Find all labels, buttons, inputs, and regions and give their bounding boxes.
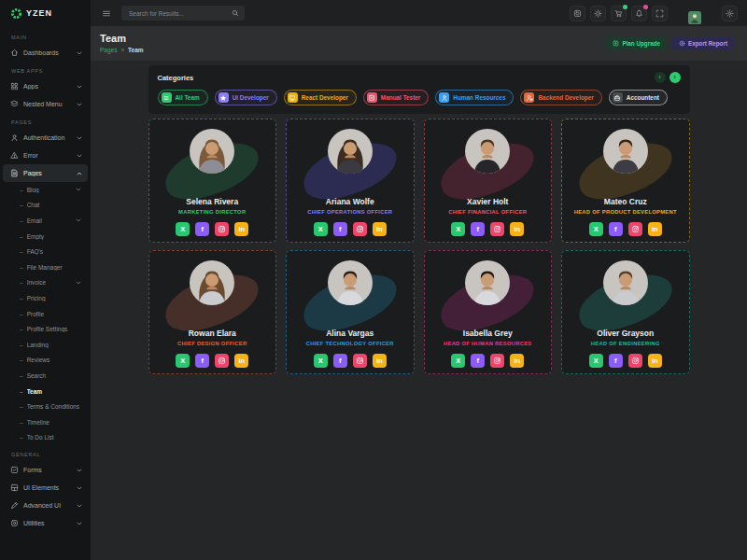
facebook-icon[interactable]: f <box>609 222 623 236</box>
category-chip-react-developer[interactable]: React Developer <box>284 90 357 105</box>
facebook-icon[interactable]: f <box>333 354 347 368</box>
sidebar-subitem-team[interactable]: –Team <box>0 384 91 399</box>
x-icon[interactable]: X <box>589 354 603 368</box>
sidebar-item-error[interactable]: Error <box>3 147 88 164</box>
team-card-mateo-cruz[interactable]: Mateo CruzHEAD OF PRODUCT DEVELOPMENTXfi… <box>561 119 690 243</box>
linkedin-icon[interactable]: in <box>648 354 662 368</box>
instagram-icon[interactable] <box>215 354 229 368</box>
facebook-icon[interactable]: f <box>471 222 485 236</box>
member-photo <box>190 260 234 305</box>
team-card-selena-rivera[interactable]: Selena RiveraMARKETING DIRECTORXfin <box>148 119 277 243</box>
sidebar-subitem-reviews[interactable]: –Reviews <box>0 353 91 369</box>
x-icon[interactable]: X <box>589 222 603 236</box>
sidebar-subitem-terms-conditions[interactable]: –Terms & Conditions <box>0 399 91 414</box>
team-card-oliver-grayson[interactable]: Oliver GraysonHEAD OF ENGINEERINGXfin <box>561 250 690 374</box>
instagram-icon[interactable] <box>353 222 367 236</box>
chevron-down-icon <box>77 50 82 56</box>
facebook-icon[interactable]: f <box>333 222 347 236</box>
sidebar-subitem-blog[interactable]: –Blog <box>0 182 91 198</box>
search-input[interactable] <box>127 9 228 18</box>
team-card-ariana-wolfe[interactable]: Ariana WolfeCHIEF OPERATIONS OFFICERXfin <box>286 119 415 243</box>
linkedin-icon[interactable]: in <box>234 354 248 368</box>
sidebar-subitem-label: Search <box>27 372 81 379</box>
sidebar-subitem-profile-settings[interactable]: –Profile Settings <box>0 321 91 337</box>
team-card-rowan-elara[interactable]: Rowan ElaraCHIEF DESIGN OFFICERXfin <box>148 250 277 374</box>
chevron-down-icon <box>77 135 82 141</box>
hamburger-menu-icon[interactable] <box>102 9 111 18</box>
x-icon[interactable]: X <box>314 354 328 368</box>
member-role: HEAD OF HUMAN RESOURCES <box>444 341 532 346</box>
instagram-icon[interactable] <box>490 354 504 368</box>
category-chip-manual-tester[interactable]: Manual Tester <box>363 90 430 105</box>
x-icon[interactable]: X <box>176 222 190 236</box>
linkedin-icon[interactable]: in <box>373 222 387 236</box>
sidebar-subitem-profile[interactable]: –Profile <box>0 306 91 322</box>
cart-icon[interactable] <box>611 6 627 21</box>
sidebar-subitem-timeline[interactable]: –Timeline <box>0 414 91 430</box>
sidebar-item-nested-menu[interactable]: Nested Menu <box>3 95 88 113</box>
sidebar-item-authentication[interactable]: Authentication <box>3 129 88 147</box>
category-chip-all-team[interactable]: All Team <box>158 90 208 105</box>
sidebar-item-pages[interactable]: Pages <box>3 164 88 182</box>
sidebar-subitem-search[interactable]: –Search <box>0 368 91 384</box>
team-card-isabella-grey[interactable]: Isabella GreyHEAD OF HUMAN RESOURCESXfin <box>424 250 553 374</box>
categories-prev-button[interactable]: ‹ <box>655 72 666 83</box>
advanced-ui-icon <box>10 501 19 510</box>
instagram-icon[interactable] <box>353 354 367 368</box>
facebook-icon[interactable]: f <box>609 354 623 368</box>
theme-sun-icon[interactable] <box>590 6 606 21</box>
sidebar-item-ui-elements[interactable]: UI Elements <box>3 479 88 497</box>
category-chip-accountent[interactable]: Accountent <box>609 90 668 105</box>
sidebar-subitem-landing[interactable]: –Landing <box>0 337 91 353</box>
breadcrumb-pages-link[interactable]: Pages <box>100 47 117 53</box>
sidebar-subitem-empty[interactable]: –Empty <box>0 229 91 245</box>
sidebar-subitem-to-do-list[interactable]: –To Do List <box>0 430 91 446</box>
x-icon[interactable]: X <box>451 222 465 236</box>
sidebar-item-dashboards[interactable]: Dashboards <box>3 44 88 62</box>
sidebar-subitem-chat[interactable]: –Chat <box>0 198 91 214</box>
dash-icon: – <box>20 187 23 193</box>
instagram-icon[interactable] <box>490 222 504 236</box>
facebook-icon[interactable]: f <box>195 222 209 236</box>
instagram-icon[interactable] <box>628 354 642 368</box>
category-chip-human-resources[interactable]: Human Resources <box>435 90 514 105</box>
team-card-alina-vargas[interactable]: Alina VargasCHIEF TECHNOLOGY OFFICERXfin <box>286 250 415 374</box>
fullscreen-icon[interactable] <box>652 6 668 21</box>
sidebar-item-forms[interactable]: Forms <box>3 461 88 479</box>
instagram-icon[interactable] <box>215 222 229 236</box>
sidebar-subitem-label: Landing <box>27 342 81 348</box>
linkedin-icon[interactable]: in <box>234 222 248 236</box>
member-role: CHIEF FINANCIAL OFFICER <box>448 209 527 215</box>
home-icon <box>10 49 19 57</box>
team-card-xavier-holt[interactable]: Xavier HoltCHIEF FINANCIAL OFFICERXfin <box>424 119 553 243</box>
instagram-icon[interactable] <box>628 222 642 236</box>
notifications-bell-icon[interactable] <box>631 6 647 21</box>
settings-gear-icon[interactable] <box>722 6 738 21</box>
sidebar-subitem-pricing[interactable]: –Pricing <box>0 290 91 306</box>
sidebar-subitem-invoice[interactable]: –Invoice <box>0 275 91 291</box>
facebook-icon[interactable]: f <box>195 354 209 368</box>
brand-logo[interactable]: YZEN <box>0 0 91 26</box>
linkedin-icon[interactable]: in <box>648 222 662 236</box>
linkedin-icon[interactable]: in <box>373 354 387 368</box>
plan-upgrade-button[interactable]: Plan Upgrade <box>606 36 667 50</box>
categories-next-button[interactable]: › <box>669 72 681 83</box>
category-chip-ui-developer[interactable]: Ui Developer <box>215 90 277 105</box>
member-name: Xavier Holt <box>467 197 508 206</box>
sidebar-item-utilities[interactable]: Utilities <box>3 514 88 532</box>
status-badge <box>643 5 648 9</box>
language-flag-icon[interactable] <box>570 6 585 21</box>
sidebar-subitem-email[interactable]: –Email <box>0 213 91 229</box>
x-icon[interactable]: X <box>451 354 465 368</box>
linkedin-icon[interactable]: in <box>510 354 524 368</box>
x-icon[interactable]: X <box>314 222 328 236</box>
sidebar-subitem-faq-s[interactable]: –FAQ's <box>0 244 91 259</box>
sidebar-item-advanced-ui[interactable]: Advanced UI <box>3 497 88 514</box>
export-report-button[interactable]: Export Report <box>672 36 734 50</box>
x-icon[interactable]: X <box>176 354 190 368</box>
facebook-icon[interactable]: f <box>471 354 485 368</box>
linkedin-icon[interactable]: in <box>510 222 524 236</box>
sidebar-item-apps[interactable]: Apps <box>3 77 88 95</box>
category-chip-backend-developer[interactable]: Backend Developer <box>520 90 601 105</box>
sidebar-subitem-file-manager[interactable]: –File Manager <box>0 259 91 275</box>
